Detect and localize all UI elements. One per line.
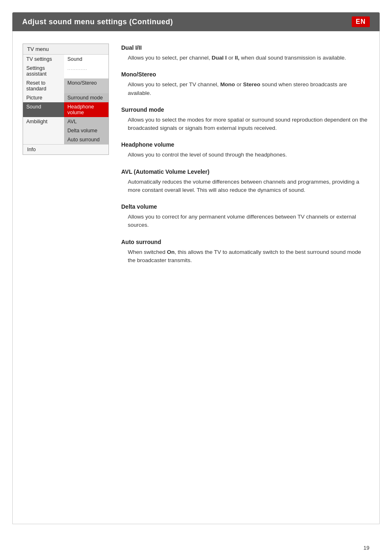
menu-left-picture: Picture — [23, 93, 64, 102]
desc-surround-mode: Surround mode Allows you to select the m… — [121, 106, 369, 133]
menu-right-mono-stereo: Mono/Stereo — [64, 78, 108, 93]
desc-title-mono-stereo: Mono/Stereo — [121, 70, 369, 79]
desc-dual-ii: Dual I/II Allows you to select, per chan… — [121, 44, 369, 62]
menu-right-auto-surround: Auto surround — [64, 135, 108, 144]
desc-body-delta-volume: Allows you to correct for any permanent … — [121, 213, 369, 230]
desc-body-mono-stereo: Allows you to select, per TV channel, Mo… — [121, 81, 369, 97]
menu-row-delta[interactable]: Delta volume — [23, 126, 108, 135]
desc-body-auto-surround: When switched On, this allows the TV to … — [121, 248, 369, 265]
menu-left-sound: Sound — [23, 102, 64, 117]
descriptions-panel: Dual I/II Allows you to select, per chan… — [121, 44, 369, 511]
menu-row-ambilight[interactable]: Ambilight AVL — [23, 117, 108, 126]
desc-mono-stereo: Mono/Stereo Allows you to select, per TV… — [121, 70, 369, 97]
desc-auto-surround: Auto surround When switched On, this all… — [121, 238, 369, 265]
menu-row-sound[interactable]: Sound Headphone volume — [23, 102, 108, 117]
desc-headphone-volume: Headphone volume Allows you to control t… — [121, 140, 369, 159]
menu-row-auto-surround[interactable]: Auto surround — [23, 135, 108, 144]
menu-right-delta-volume: Delta volume — [64, 126, 108, 135]
bold-on: On — [167, 249, 175, 255]
bold-mono: Mono — [220, 81, 235, 88]
menu-left-settings-assistant: Settings assistant — [23, 64, 64, 78]
desc-title-avl: AVL (Automatic Volume Leveler) — [121, 168, 369, 176]
menu-row-reset[interactable]: Reset to standard Mono/Stereo — [23, 78, 108, 93]
desc-body-surround-mode: Allows you to select the modes for more … — [121, 116, 369, 133]
menu-info-row: Info — [23, 144, 108, 154]
desc-title-dual-ii: Dual I/II — [121, 44, 369, 52]
menu-row-tv-settings[interactable]: TV settings Sound — [23, 55, 108, 64]
menu-right-avl: AVL — [64, 117, 108, 126]
desc-delta-volume: Delta volume Allows you to correct for a… — [121, 203, 369, 230]
menu-right-dots: ............ — [64, 64, 108, 78]
bold-ii: II, — [235, 55, 239, 61]
menu-right-surround-mode: Surround mode — [64, 93, 108, 102]
menu-left-reset: Reset to standard — [23, 78, 64, 93]
page-title: Adjust sound menu settings (Continued) — [22, 18, 173, 26]
header-bar: Adjust sound menu settings (Continued) E… — [12, 12, 380, 31]
desc-body-avl: Automatically reduces the volume differe… — [121, 178, 369, 195]
bold-stereo: Stereo — [243, 81, 260, 88]
menu-row-settings-assistant[interactable]: Settings assistant ............ — [23, 64, 108, 78]
menu-left-ambilight: Ambilight — [23, 117, 64, 126]
menu-right-headphone-volume: Headphone volume — [64, 102, 108, 117]
desc-title-headphone-volume: Headphone volume — [121, 140, 369, 149]
desc-body-dual-ii: Allows you to select, per channel, Dual … — [121, 54, 369, 62]
desc-body-headphone-volume: Allows you to control the level of sound… — [121, 151, 369, 159]
menu-left-empty1 — [23, 126, 64, 135]
page-number: 19 — [364, 545, 369, 551]
tv-menu: TV menu TV settings Sound Settings assis… — [23, 44, 109, 155]
main-content: TV menu TV settings Sound Settings assis… — [12, 31, 380, 524]
desc-title-auto-surround: Auto surround — [121, 238, 369, 246]
language-badge: EN — [352, 16, 370, 27]
menu-row-picture[interactable]: Picture Surround mode — [23, 93, 108, 102]
menu-left-tv-settings: TV settings — [23, 55, 64, 64]
menu-right-sound: Sound — [64, 55, 108, 64]
desc-title-surround-mode: Surround mode — [121, 106, 369, 114]
menu-left-empty2 — [23, 135, 64, 144]
desc-title-delta-volume: Delta volume — [121, 203, 369, 211]
desc-avl: AVL (Automatic Volume Leveler) Automatic… — [121, 168, 369, 195]
bold-dual-i: Dual I — [212, 55, 227, 61]
tv-menu-title: TV menu — [23, 44, 108, 55]
